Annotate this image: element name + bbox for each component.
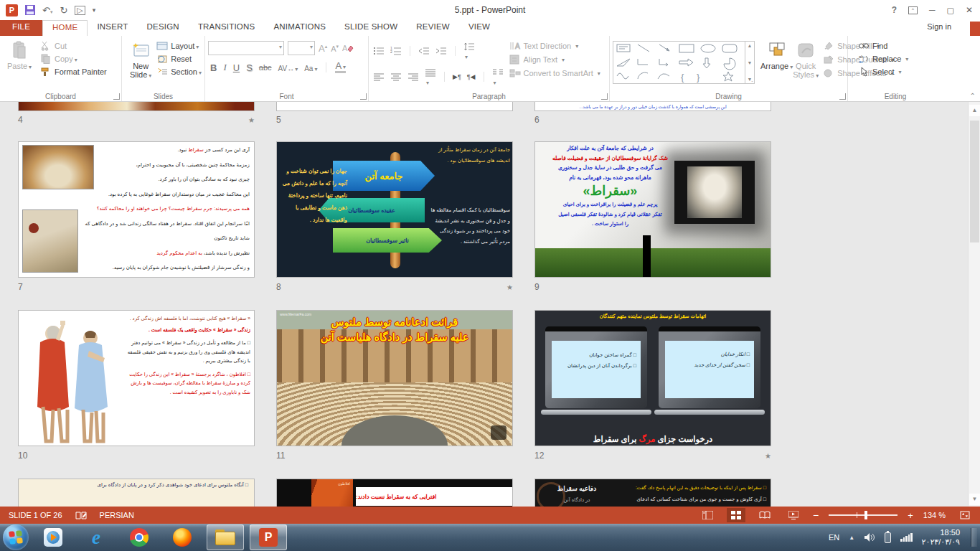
slide-show-button[interactable] [784, 508, 803, 522]
slide-indicator[interactable]: SLIDE 1 OF 26 [9, 511, 62, 519]
ribbon-display-options-icon[interactable]: ⌃ [908, 6, 918, 14]
slide-thumbnail-9[interactable]: در شرایطی که جامعهٔ آتن به علت افکار شک … [534, 141, 771, 278]
paragraph-dialog-launcher[interactable] [601, 93, 608, 100]
justify-icon[interactable] [425, 67, 436, 86]
slide-thumbnail-14[interactable]: افلاطون افترایی که به سقراط نسبت دادند: [276, 479, 513, 507]
tab-view[interactable]: VIEW [459, 20, 499, 36]
change-case-button[interactable]: Aa [304, 62, 317, 73]
slide-thumbnail-11[interactable]: www.MemarFa.com قرائت ادعانامه توسط ملتو… [276, 310, 513, 446]
line-spacing-icon[interactable] [463, 42, 475, 60]
language-indicator[interactable]: PERSIAN [100, 511, 134, 519]
shapes-gallery-scroll[interactable]: ▲▼▼̱ [745, 42, 754, 83]
section-button[interactable]: Section [156, 67, 202, 77]
normal-view-button[interactable] [698, 508, 717, 522]
drawing-dialog-launcher[interactable] [839, 93, 846, 100]
copy-button[interactable]: Copy [40, 54, 107, 64]
slide-thumbnail-13[interactable]: آنگاه ملتوس برای ادعای خود شواهدی ذکر کر… [18, 479, 255, 507]
font-name-combobox[interactable] [208, 41, 284, 55]
select-button[interactable]: Select [858, 67, 908, 77]
taskbar-media-player-button[interactable] [34, 524, 72, 550]
zoom-level[interactable]: 134 % [923, 511, 946, 519]
taskbar-file-explorer-button[interactable] [207, 524, 244, 550]
quick-styles-button[interactable]: QuickStyles [793, 38, 819, 90]
taskbar-internet-explorer-button[interactable]: e [77, 524, 115, 550]
cut-button[interactable]: Cut [40, 41, 107, 51]
taskbar-firefox-button[interactable] [164, 524, 201, 550]
network-signal-icon[interactable] [900, 533, 913, 542]
slide-thumbnail-12[interactable]: اتهامات سقراط توسط ملتوس نماینده متهم کن… [534, 310, 771, 446]
rtl-direction-button[interactable]: ¶◀ [467, 73, 476, 80]
volume-icon[interactable] [864, 532, 875, 542]
zoom-slider[interactable] [829, 514, 897, 516]
tab-insert[interactable]: INSERT [88, 20, 137, 36]
shapes-gallery[interactable]: { } ▲▼▼̱ [613, 41, 755, 84]
input-language-indicator[interactable]: EN [829, 533, 839, 542]
slide-thumbnail-7[interactable]: آری این مرد کسی جز سقراط نبود. زمزمهٔ مح… [18, 141, 255, 278]
clipboard-dialog-launcher[interactable] [113, 93, 120, 100]
minimize-button[interactable]: ─ [929, 5, 936, 15]
convert-to-smartart-button[interactable]: Convert to SmartArt [509, 68, 600, 78]
zoom-in-icon[interactable]: + [908, 510, 913, 521]
underline-button[interactable]: U [233, 62, 240, 73]
decrease-font-size-button[interactable]: A▾ [331, 44, 339, 53]
font-size-combobox[interactable] [288, 41, 315, 55]
show-desktop-button[interactable] [971, 528, 977, 547]
slide-thumbnail-10[interactable]: « سقراط » هیچ کتابی ننوشت، اما با فلسفه … [18, 310, 255, 446]
customize-qat-icon[interactable]: ▾ [93, 7, 96, 14]
scroll-up-icon[interactable]: ▲ [969, 105, 980, 116]
tab-review[interactable]: REVIEW [407, 20, 459, 36]
ltr-direction-button[interactable]: ▶¶ [453, 73, 461, 80]
save-icon[interactable] [25, 5, 35, 15]
find-button[interactable]: Find [858, 41, 908, 51]
paste-button[interactable]: Paste [3, 38, 36, 90]
slide-sorter-view-button[interactable] [727, 508, 745, 522]
battery-icon[interactable] [885, 532, 891, 543]
slide-thumbnail-15[interactable]: دفاعیه سقراط در دادگاه آتن سقراط پس از ا… [534, 479, 771, 507]
zoom-slider-thumb[interactable] [864, 511, 867, 519]
text-shadow-button[interactable]: S [246, 62, 253, 73]
spell-check-icon[interactable] [75, 511, 87, 520]
taskbar-chrome-button[interactable] [121, 524, 158, 550]
tab-slideshow[interactable]: SLIDE SHOW [335, 20, 407, 36]
font-dialog-launcher[interactable] [360, 93, 367, 100]
replace-button[interactable]: abac Replace [858, 54, 908, 64]
character-spacing-button[interactable]: AV↔ [278, 62, 298, 73]
scroll-down-icon[interactable]: ▼ [969, 494, 980, 505]
undo-icon[interactable]: ↶▾ [42, 6, 52, 15]
align-left-icon[interactable] [373, 72, 385, 82]
start-button[interactable] [3, 524, 29, 550]
italic-button[interactable]: I [223, 62, 226, 73]
tab-design[interactable]: DESIGN [138, 20, 189, 36]
numbering-icon[interactable]: 12 [390, 46, 402, 56]
fit-slide-to-window-icon[interactable] [956, 508, 974, 522]
slide-thumbnail-6[interactable]: این پرسشی است که همواره با گذشت زمان خیل… [534, 102, 771, 111]
taskbar-clock[interactable]: 18:50 ۲۰۲۳/۰۳/۰۹ [922, 528, 960, 547]
font-color-button[interactable]: A [335, 62, 346, 73]
slide-thumbnail-8[interactable]: جامعه آتن عقیده سوفسطائیان تاثیر سوفسطائ… [276, 141, 513, 278]
align-center-icon[interactable] [390, 72, 402, 82]
collapse-ribbon-icon[interactable]: ⌃ [970, 92, 976, 100]
help-icon[interactable]: ? [892, 5, 897, 15]
tab-file[interactable]: FILE [0, 20, 42, 36]
close-button[interactable]: ✕ [966, 5, 973, 15]
strikethrough-button[interactable]: abc [259, 63, 272, 72]
increase-font-size-button[interactable]: A▴ [319, 43, 327, 54]
slide-thumbnail-5[interactable] [276, 102, 513, 111]
bold-button[interactable]: B [210, 62, 217, 73]
tab-animations[interactable]: ANIMATIONS [264, 20, 335, 36]
align-text-button[interactable]: Align Text [509, 55, 600, 65]
taskbar-powerpoint-button[interactable]: P [250, 524, 287, 550]
bullets-icon[interactable] [373, 46, 385, 56]
increase-indent-icon[interactable] [435, 46, 447, 56]
show-hidden-icons-icon[interactable]: ▲ [849, 534, 854, 541]
text-direction-button[interactable]: A Text Direction [509, 41, 600, 51]
start-slideshow-icon[interactable]: ▷ [75, 6, 85, 15]
format-painter-button[interactable]: Format Painter [40, 67, 107, 77]
layout-button[interactable]: Layout [156, 41, 202, 51]
decrease-indent-icon[interactable] [418, 46, 430, 56]
redo-icon[interactable]: ↻ [60, 6, 67, 15]
columns-icon[interactable] [492, 67, 504, 86]
vertical-scrollbar[interactable]: ▲ ▼ [968, 102, 980, 507]
tab-home[interactable]: HOME [42, 20, 88, 36]
scrollbar-thumb[interactable] [970, 121, 979, 242]
